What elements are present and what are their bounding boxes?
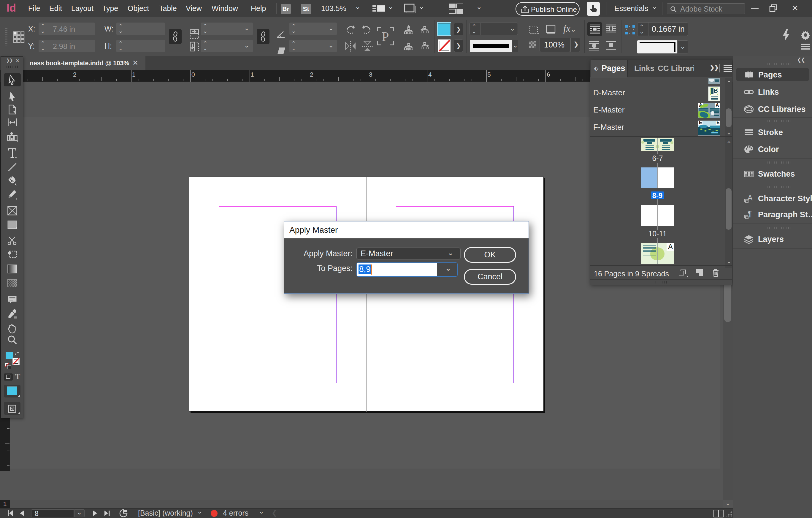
svg-text:P: P (382, 29, 389, 44)
